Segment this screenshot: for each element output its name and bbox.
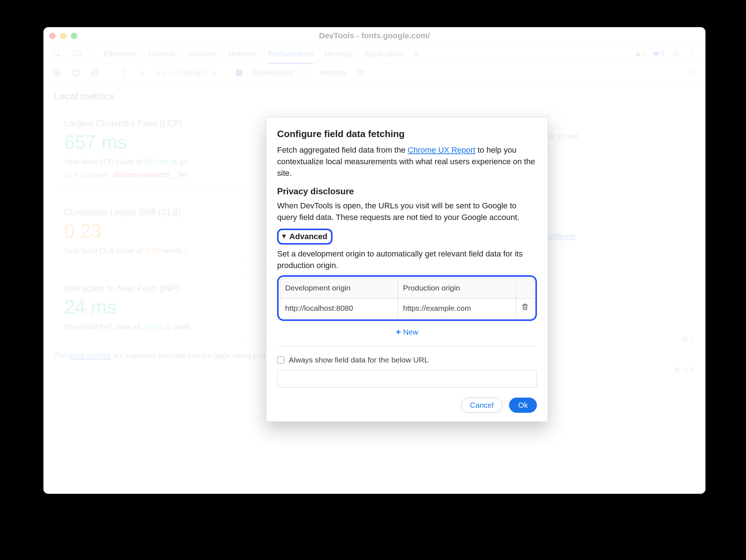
table-row: http://localhost:8080 https://example.co… (280, 298, 534, 318)
cancel-button[interactable]: Cancel (461, 398, 503, 413)
prod-origin-header: Production origin (398, 278, 516, 298)
prod-origin-cell[interactable]: https://example.com (398, 298, 516, 318)
modal-description: Fetch aggregated field data from the Chr… (277, 144, 537, 179)
ok-button[interactable]: Ok (509, 398, 537, 413)
always-show-checkbox[interactable] (277, 356, 284, 364)
dev-origin-header: Development origin (280, 278, 398, 298)
divider (277, 346, 537, 347)
advanced-description: Set a development origin to automaticall… (277, 248, 537, 271)
devtools-window: DevTools - fonts.google.com/ Elements Co… (43, 27, 705, 494)
modal-title: Configure field data fetching (277, 127, 537, 141)
crux-report-link[interactable]: Chrome UX Report (408, 145, 475, 154)
caret-down-icon: ▼ (281, 232, 287, 241)
url-override-input[interactable] (277, 370, 537, 387)
privacy-body: When DevTools is open, the URLs you visi… (277, 200, 537, 223)
add-new-row-button[interactable]: +New (277, 326, 537, 339)
privacy-heading: Privacy disclosure (277, 185, 537, 198)
delete-row-icon[interactable] (521, 303, 529, 311)
plus-icon: + (396, 327, 401, 337)
origin-mapping-table: Development origin Production origin htt… (277, 275, 537, 321)
always-show-label: Always show field data for the below URL (289, 355, 428, 365)
advanced-disclosure[interactable]: ▼ Advanced (277, 229, 332, 245)
dev-origin-cell[interactable]: http://localhost:8080 (280, 298, 398, 318)
field-data-modal: Configure field data fetching Fetch aggr… (266, 117, 548, 422)
